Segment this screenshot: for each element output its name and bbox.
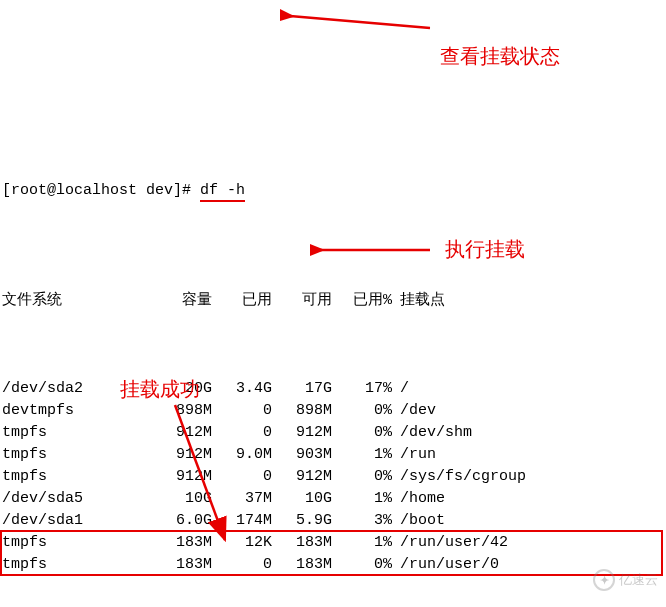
cell-used: 0: [212, 466, 272, 488]
cell-avail: 17G: [272, 378, 332, 400]
hdr-mount: 挂载点: [392, 290, 445, 312]
cell-mount: /home: [392, 488, 445, 510]
cell-avail: 912M: [272, 422, 332, 444]
cell-fs: /dev/sda1: [2, 510, 152, 532]
cell-fs: tmpfs: [2, 444, 152, 466]
cell-usepct: 17%: [332, 378, 392, 400]
cell-used: 12K: [212, 532, 272, 554]
cell-usepct: 1%: [332, 532, 392, 554]
cell-usepct: 1%: [332, 488, 392, 510]
prompt-line-1: [root@localhost dev]# df -h: [2, 180, 664, 202]
cell-mount: /dev/shm: [392, 422, 472, 444]
cell-mount: /: [392, 378, 409, 400]
arrow-left-icon: [280, 8, 440, 38]
cell-usepct: 0%: [332, 554, 392, 576]
cell-fs: devtmpfs: [2, 400, 152, 422]
cell-fs: tmpfs: [2, 466, 152, 488]
table1-header: 文件系统容量已用可用已用%挂载点: [2, 290, 664, 312]
annotation-execute-mount: 执行挂载: [445, 238, 525, 260]
cell-fs: tmpfs: [2, 422, 152, 444]
hdr-usepct: 已用%: [332, 290, 392, 312]
svg-line-1: [290, 16, 430, 28]
table-row: tmpfs912M9.0M903M1%/run: [2, 444, 664, 466]
watermark: ✦ 亿速云: [593, 569, 658, 591]
annotation-mount-success: 挂载成功: [120, 378, 200, 400]
cell-mount: /dev: [392, 400, 436, 422]
cell-avail: 898M: [272, 400, 332, 422]
cell-avail: 5.9G: [272, 510, 332, 532]
cell-avail: 183M: [272, 532, 332, 554]
cell-used: 0: [212, 554, 272, 576]
table-row: devtmpfs898M0898M0%/dev: [2, 400, 664, 422]
cell-fs: tmpfs: [2, 554, 152, 576]
cell-avail: 10G: [272, 488, 332, 510]
command-df-h: df -h: [200, 180, 245, 202]
cell-mount: /run: [392, 444, 436, 466]
hdr-used: 已用: [212, 290, 272, 312]
table-row: tmpfs183M12K183M1%/run/user/42: [2, 532, 664, 554]
cell-size: 912M: [152, 466, 212, 488]
table-row: /dev/sda220G3.4G17G17%/: [2, 378, 664, 400]
cell-fs: /dev/sda5: [2, 488, 152, 510]
cell-used: 0: [212, 422, 272, 444]
cell-mount: /run/user/42: [392, 532, 508, 554]
cell-used: 3.4G: [212, 378, 272, 400]
cell-mount: /boot: [392, 510, 445, 532]
cell-mount: /run/user/0: [392, 554, 499, 576]
watermark-text: 亿速云: [619, 569, 658, 591]
cell-usepct: 3%: [332, 510, 392, 532]
table-row: tmpfs183M0183M0%/run/user/0: [2, 554, 664, 576]
cell-mount: /sys/fs/cgroup: [392, 466, 526, 488]
cell-size: 898M: [152, 400, 212, 422]
cell-used: 0: [212, 400, 272, 422]
table-row: /dev/sda510G37M10G1%/home: [2, 488, 664, 510]
terminal-output[interactable]: [root@localhost dev]# df -h 文件系统容量已用可用已用…: [0, 88, 666, 607]
hdr-fs: 文件系统: [2, 290, 152, 312]
cell-used: 174M: [212, 510, 272, 532]
cloud-icon: ✦: [593, 569, 615, 591]
cell-size: 6.0G: [152, 510, 212, 532]
cell-used: 9.0M: [212, 444, 272, 466]
cell-size: 912M: [152, 422, 212, 444]
cell-usepct: 0%: [332, 400, 392, 422]
cell-usepct: 0%: [332, 466, 392, 488]
cell-size: 183M: [152, 532, 212, 554]
cell-usepct: 1%: [332, 444, 392, 466]
cell-used: 37M: [212, 488, 272, 510]
annotation-view-status: 查看挂载状态: [440, 45, 560, 67]
cell-avail: 912M: [272, 466, 332, 488]
cell-size: 912M: [152, 444, 212, 466]
table-row: tmpfs912M0912M0%/dev/shm: [2, 422, 664, 444]
hdr-size: 容量: [152, 290, 212, 312]
table-row: tmpfs912M0912M0%/sys/fs/cgroup: [2, 466, 664, 488]
cell-usepct: 0%: [332, 422, 392, 444]
cell-avail: 903M: [272, 444, 332, 466]
cell-size: 183M: [152, 554, 212, 576]
cell-size: 10G: [152, 488, 212, 510]
cell-avail: 183M: [272, 554, 332, 576]
shell-prompt: [root@localhost dev]#: [2, 180, 200, 202]
hdr-avail: 可用: [272, 290, 332, 312]
table-row: /dev/sda16.0G174M5.9G3%/boot: [2, 510, 664, 532]
cell-fs: tmpfs: [2, 532, 152, 554]
